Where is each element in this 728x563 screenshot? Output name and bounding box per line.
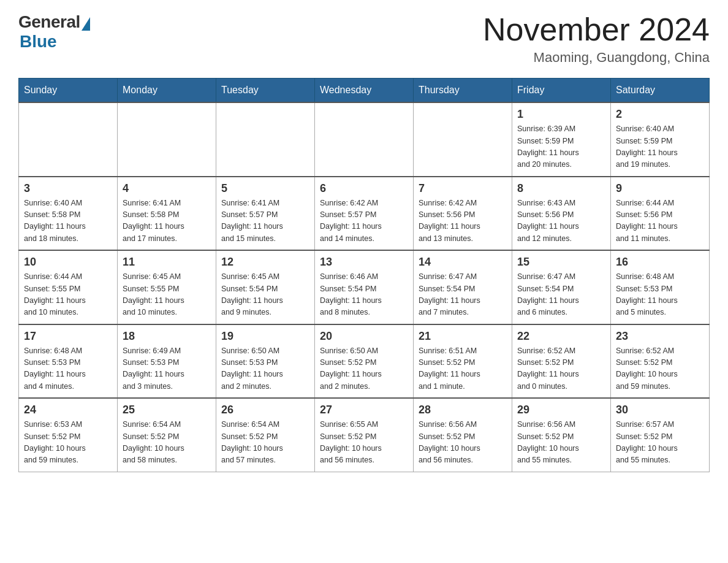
day-info: Sunrise: 6:56 AMSunset: 5:52 PMDaylight:…	[517, 419, 605, 467]
calendar-cell	[118, 102, 216, 177]
day-number: 29	[517, 404, 605, 416]
day-number: 5	[221, 182, 309, 195]
day-info: Sunrise: 6:41 AMSunset: 5:57 PMDaylight:…	[221, 197, 309, 245]
week-row-4: 17Sunrise: 6:48 AMSunset: 5:53 PMDayligh…	[19, 324, 710, 399]
header-friday: Friday	[512, 79, 611, 103]
day-info: Sunrise: 6:48 AMSunset: 5:53 PMDaylight:…	[616, 271, 704, 319]
day-info: Sunrise: 6:47 AMSunset: 5:54 PMDaylight:…	[419, 271, 507, 319]
day-info: Sunrise: 6:56 AMSunset: 5:52 PMDaylight:…	[419, 419, 507, 467]
day-number: 6	[320, 182, 408, 195]
day-info: Sunrise: 6:54 AMSunset: 5:52 PMDaylight:…	[221, 419, 309, 467]
calendar-cell: 27Sunrise: 6:55 AMSunset: 5:52 PMDayligh…	[315, 398, 414, 472]
day-number: 10	[24, 256, 112, 269]
day-number: 18	[123, 330, 211, 343]
day-number: 4	[123, 182, 211, 195]
week-row-2: 3Sunrise: 6:40 AMSunset: 5:58 PMDaylight…	[19, 177, 710, 251]
day-number: 26	[221, 404, 309, 416]
calendar-cell: 1Sunrise: 6:39 AMSunset: 5:59 PMDaylight…	[512, 102, 611, 177]
calendar-cell: 11Sunrise: 6:45 AMSunset: 5:55 PMDayligh…	[118, 250, 216, 324]
calendar-cell: 3Sunrise: 6:40 AMSunset: 5:58 PMDaylight…	[19, 177, 118, 251]
calendar-cell: 4Sunrise: 6:41 AMSunset: 5:58 PMDaylight…	[118, 177, 216, 251]
calendar-cell: 29Sunrise: 6:56 AMSunset: 5:52 PMDayligh…	[512, 398, 611, 472]
calendar-cell: 8Sunrise: 6:43 AMSunset: 5:56 PMDaylight…	[512, 177, 611, 251]
calendar-cell: 16Sunrise: 6:48 AMSunset: 5:53 PMDayligh…	[611, 250, 710, 324]
calendar-cell: 15Sunrise: 6:47 AMSunset: 5:54 PMDayligh…	[512, 250, 611, 324]
calendar-cell: 22Sunrise: 6:52 AMSunset: 5:52 PMDayligh…	[512, 324, 611, 399]
header-wednesday: Wednesday	[315, 79, 414, 103]
day-number: 11	[123, 256, 211, 269]
day-number: 20	[320, 330, 408, 343]
calendar-cell: 14Sunrise: 6:47 AMSunset: 5:54 PMDayligh…	[414, 250, 512, 324]
day-number: 24	[24, 404, 112, 416]
calendar-cell: 21Sunrise: 6:51 AMSunset: 5:52 PMDayligh…	[414, 324, 512, 399]
day-info: Sunrise: 6:42 AMSunset: 5:56 PMDaylight:…	[419, 197, 507, 245]
calendar-cell: 18Sunrise: 6:49 AMSunset: 5:53 PMDayligh…	[118, 324, 216, 399]
day-info: Sunrise: 6:40 AMSunset: 5:59 PMDaylight:…	[616, 123, 704, 171]
calendar-cell: 19Sunrise: 6:50 AMSunset: 5:53 PMDayligh…	[216, 324, 315, 399]
calendar-cell: 7Sunrise: 6:42 AMSunset: 5:56 PMDaylight…	[414, 177, 512, 251]
day-number: 13	[320, 256, 408, 269]
day-info: Sunrise: 6:55 AMSunset: 5:52 PMDaylight:…	[320, 419, 408, 467]
day-info: Sunrise: 6:47 AMSunset: 5:54 PMDaylight:…	[517, 271, 605, 319]
calendar-cell	[19, 102, 118, 177]
day-number: 12	[221, 256, 309, 269]
day-number: 8	[517, 182, 605, 195]
day-info: Sunrise: 6:39 AMSunset: 5:59 PMDaylight:…	[517, 123, 605, 171]
day-number: 23	[616, 330, 704, 343]
day-info: Sunrise: 6:44 AMSunset: 5:56 PMDaylight:…	[616, 197, 704, 245]
day-number: 22	[517, 330, 605, 343]
header-saturday: Saturday	[611, 79, 710, 103]
month-title: November 2024	[483, 12, 710, 47]
calendar-cell: 9Sunrise: 6:44 AMSunset: 5:56 PMDaylight…	[611, 177, 710, 251]
calendar-cell: 28Sunrise: 6:56 AMSunset: 5:52 PMDayligh…	[414, 398, 512, 472]
week-row-1: 1Sunrise: 6:39 AMSunset: 5:59 PMDaylight…	[19, 102, 710, 177]
calendar-cell: 2Sunrise: 6:40 AMSunset: 5:59 PMDaylight…	[611, 102, 710, 177]
calendar-cell: 30Sunrise: 6:57 AMSunset: 5:52 PMDayligh…	[611, 398, 710, 472]
day-info: Sunrise: 6:48 AMSunset: 5:53 PMDaylight:…	[24, 345, 112, 393]
calendar-cell: 10Sunrise: 6:44 AMSunset: 5:55 PMDayligh…	[19, 250, 118, 324]
calendar-cell	[216, 102, 315, 177]
day-number: 3	[24, 182, 112, 195]
day-number: 21	[419, 330, 507, 343]
calendar-cell: 13Sunrise: 6:46 AMSunset: 5:54 PMDayligh…	[315, 250, 414, 324]
day-info: Sunrise: 6:46 AMSunset: 5:54 PMDaylight:…	[320, 271, 408, 319]
week-row-3: 10Sunrise: 6:44 AMSunset: 5:55 PMDayligh…	[19, 250, 710, 324]
day-info: Sunrise: 6:50 AMSunset: 5:52 PMDaylight:…	[320, 345, 408, 393]
day-info: Sunrise: 6:41 AMSunset: 5:58 PMDaylight:…	[123, 197, 211, 245]
day-info: Sunrise: 6:45 AMSunset: 5:55 PMDaylight:…	[123, 271, 211, 319]
calendar-cell	[315, 102, 414, 177]
header-thursday: Thursday	[414, 79, 512, 103]
logo-general-text: General	[18, 12, 80, 32]
day-info: Sunrise: 6:45 AMSunset: 5:54 PMDaylight:…	[221, 271, 309, 319]
day-number: 28	[419, 404, 507, 416]
day-info: Sunrise: 6:52 AMSunset: 5:52 PMDaylight:…	[517, 345, 605, 393]
logo-blue-text: Blue	[20, 32, 57, 52]
day-number: 19	[221, 330, 309, 343]
calendar-cell	[414, 102, 512, 177]
week-row-5: 24Sunrise: 6:53 AMSunset: 5:52 PMDayligh…	[19, 398, 710, 472]
day-number: 14	[419, 256, 507, 269]
day-number: 17	[24, 330, 112, 343]
calendar-cell: 12Sunrise: 6:45 AMSunset: 5:54 PMDayligh…	[216, 250, 315, 324]
header-monday: Monday	[118, 79, 216, 103]
logo: General Blue	[18, 12, 90, 52]
calendar-cell: 20Sunrise: 6:50 AMSunset: 5:52 PMDayligh…	[315, 324, 414, 399]
header-sunday: Sunday	[19, 79, 118, 103]
calendar-header-row: Sunday Monday Tuesday Wednesday Thursday…	[19, 79, 710, 103]
day-info: Sunrise: 6:51 AMSunset: 5:52 PMDaylight:…	[419, 345, 507, 393]
day-number: 9	[616, 182, 704, 195]
day-number: 1	[517, 108, 605, 121]
header-tuesday: Tuesday	[216, 79, 315, 103]
calendar-cell: 23Sunrise: 6:52 AMSunset: 5:52 PMDayligh…	[611, 324, 710, 399]
day-info: Sunrise: 6:57 AMSunset: 5:52 PMDaylight:…	[616, 419, 704, 467]
day-info: Sunrise: 6:50 AMSunset: 5:53 PMDaylight:…	[221, 345, 309, 393]
calendar-cell: 6Sunrise: 6:42 AMSunset: 5:57 PMDaylight…	[315, 177, 414, 251]
day-info: Sunrise: 6:44 AMSunset: 5:55 PMDaylight:…	[24, 271, 112, 319]
location-title: Maoming, Guangdong, China	[483, 50, 710, 66]
day-info: Sunrise: 6:42 AMSunset: 5:57 PMDaylight:…	[320, 197, 408, 245]
day-info: Sunrise: 6:49 AMSunset: 5:53 PMDaylight:…	[123, 345, 211, 393]
calendar-cell: 17Sunrise: 6:48 AMSunset: 5:53 PMDayligh…	[19, 324, 118, 399]
day-info: Sunrise: 6:43 AMSunset: 5:56 PMDaylight:…	[517, 197, 605, 245]
day-number: 30	[616, 404, 704, 416]
calendar-cell: 26Sunrise: 6:54 AMSunset: 5:52 PMDayligh…	[216, 398, 315, 472]
